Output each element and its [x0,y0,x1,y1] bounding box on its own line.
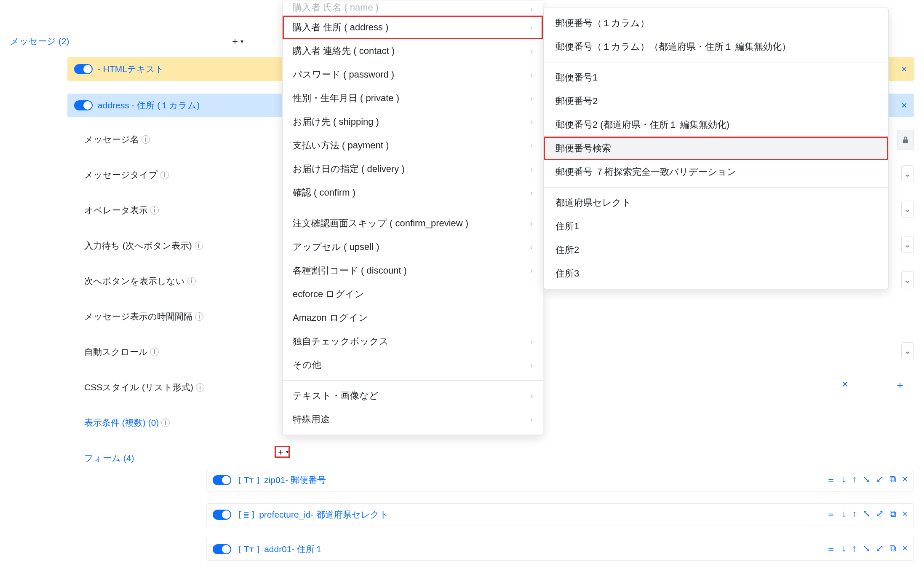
tree-item-label: address - 住所 (１カラム) [98,99,200,111]
copy-icon[interactable]: ⧉ [889,474,896,486]
expand-icon[interactable]: ⤢ [876,508,884,521]
arrow-up-icon[interactable]: ↑ [852,543,857,556]
select-chevron[interactable]: ⌄ [901,236,914,253]
menu-item-amazon[interactable]: Amazon ログイン [283,306,543,330]
submenu-zip2-disabled[interactable]: 郵便番号2 (都道府県・住所１ 編集無効化) [544,113,888,137]
menu-separator [283,208,543,208]
collapse-icon[interactable]: ⤡ [863,474,870,486]
info-icon[interactable]: i [142,135,150,144]
collapse-icon[interactable]: ⤡ [863,508,870,521]
row-actions: ＝ ↓ ↑ ⤡ ⤢ ⧉ × [826,474,908,486]
close-icon[interactable]: × [902,508,908,521]
collapse-icon[interactable]: ⤡ [863,543,870,556]
select-chevron[interactable]: ⌄ [901,271,914,288]
select-chevron[interactable]: ⌄ [901,342,914,359]
remove-style-icon[interactable]: × [842,378,848,391]
form-id: zip01 [264,475,285,485]
prop-conditions[interactable]: 表示条件 (複数) (0)i [84,413,170,432]
menu-item-private[interactable]: 性別・生年月日 ( private )› [283,86,543,110]
address-submenu: 郵便番号（１カラム） 郵便番号（１カラム）（都道府県・住所１ 編集無効化） 郵便… [543,8,889,289]
info-icon[interactable]: i [187,277,196,285]
arrow-down-icon[interactable]: ↓ [841,508,846,521]
prop-interval: メッセージ表示の時間間隔i [84,307,203,326]
form-id: prefecture_id [259,510,311,520]
prop-wait-input: 入力待ち (次へボタン表示)i [84,236,203,255]
menu-item-checkbox[interactable]: 独自チェックボックス› [283,330,543,353]
menu-item-text-image[interactable]: テキスト・画像など› [283,384,543,408]
submenu-zip2[interactable]: 郵便番号2 [544,89,888,113]
form-name: - 都道府県セレクト [311,509,389,521]
submenu-zip-validation[interactable]: 郵便番号 ７桁探索完全一致バリデーション [544,160,888,184]
menu-item-special[interactable]: 特殊用途› [283,408,543,431]
add-form-button[interactable]: ＋▾ [275,446,290,458]
arrow-down-icon[interactable]: ↓ [841,474,846,486]
messages-header: メッセージ (2) ＋▾ [10,35,238,47]
add-message-button[interactable]: ＋▾ [229,35,244,47]
info-icon[interactable]: i [161,419,170,427]
select-chevron[interactable]: ⌄ [901,165,914,182]
prop-hide-next: 次へボタンを表示しないi [84,271,196,291]
submenu-zip-1col[interactable]: 郵便番号（１カラム） [544,11,888,35]
equals-icon[interactable]: ＝ [826,508,836,521]
prop-forms[interactable]: フォーム (4) [84,448,134,468]
equals-icon[interactable]: ＝ [826,474,836,486]
menu-item-upsell[interactable]: アップセル ( upsell )› [283,235,543,259]
menu-item-delivery[interactable]: お届け日の指定 ( delivery )› [283,157,543,181]
menu-item-password[interactable]: パスワード ( password )› [283,63,543,86]
menu-item-other[interactable]: その他› [283,353,543,377]
submenu-addr2[interactable]: 住所2 [544,238,888,262]
close-icon[interactable]: × [902,474,908,486]
menu-item-payment[interactable]: 支払い方法 ( payment )› [283,134,543,157]
submenu-zip-1col-disabled[interactable]: 郵便番号（１カラム）（都道府県・住所１ 編集無効化） [544,35,888,59]
form-name: - 住所１ [292,543,324,555]
toggle-icon[interactable] [213,510,231,520]
form-id: addr01 [264,544,291,554]
submenu-zip-search[interactable]: 郵便番号検索 [544,137,888,160]
expand-icon[interactable]: ⤢ [876,474,884,486]
submenu-addr3[interactable]: 住所3 [544,262,888,285]
toggle-icon[interactable] [74,100,93,110]
submenu-addr1[interactable]: 住所1 [544,215,888,238]
toggle-icon[interactable] [213,475,231,485]
messages-link[interactable]: メッセージ (2) [10,35,69,47]
form-row-zip01[interactable]: [Tᴛ] zip01 - 郵便番号 ＝ ↓ ↑ ⤡ ⤢ ⧉ × [206,469,914,491]
arrow-up-icon[interactable]: ↑ [852,474,857,486]
add-style-icon[interactable]: ＋ [895,378,905,392]
form-name: - 郵便番号 [285,474,326,486]
menu-item-contact[interactable]: 購入者 連絡先 ( contact )› [283,39,543,63]
equals-icon[interactable]: ＝ [826,543,836,556]
info-icon[interactable]: i [196,383,204,392]
tree-item-label: - HTMLテキスト [98,63,164,75]
form-row-addr01[interactable]: [Tᴛ] addr01 - 住所１ ＝ ↓ ↑ ⤡ ⤢ ⧉ × [206,538,914,561]
toggle-icon[interactable] [74,64,93,74]
info-icon[interactable]: i [160,171,169,179]
menu-item-shipping[interactable]: お届け先 ( shipping )› [283,110,543,134]
prop-message-name: メッセージ名i [84,130,150,149]
menu-item-ecforce[interactable]: ecforce ログイン [283,282,543,306]
select-chevron[interactable]: ⌄ [901,201,914,218]
info-icon[interactable]: i [195,242,203,250]
submenu-zip1[interactable]: 郵便番号1 [544,66,888,89]
info-icon[interactable]: i [195,312,203,321]
close-icon[interactable]: × [901,99,907,111]
copy-icon[interactable]: ⧉ [889,508,896,521]
menu-item-confirm-preview[interactable]: 注文確認画面スキップ ( confirm_preview )› [283,212,543,235]
row-actions: ＝ ↓ ↑ ⤡ ⤢ ⧉ × [826,508,908,521]
form-row-prefecture[interactable]: [≣] prefecture_id - 都道府県セレクト ＝ ↓ ↑ ⤡ ⤢ ⧉… [206,503,914,526]
info-icon[interactable]: i [150,348,159,356]
arrow-up-icon[interactable]: ↑ [852,508,857,521]
lock-icon[interactable] [897,130,914,150]
info-icon[interactable]: i [150,206,159,215]
menu-item-discount[interactable]: 各種割引コード ( discount )› [283,259,543,282]
arrow-down-icon[interactable]: ↓ [841,543,846,556]
toggle-icon[interactable] [213,544,231,554]
menu-item-confirm[interactable]: 確認 ( confirm )› [283,181,543,204]
copy-icon[interactable]: ⧉ [889,543,896,556]
close-icon[interactable]: × [902,543,908,556]
submenu-prefecture[interactable]: 都道府県セレクト [544,191,888,215]
close-icon[interactable]: × [901,63,907,75]
expand-icon[interactable]: ⤢ [876,543,884,556]
type-text-icon: [Tᴛ] [237,475,261,485]
menu-item-name[interactable]: 購入者 氏名 ( name )› [283,4,543,16]
menu-item-address[interactable]: 購入者 住所 ( address )› [283,16,543,39]
